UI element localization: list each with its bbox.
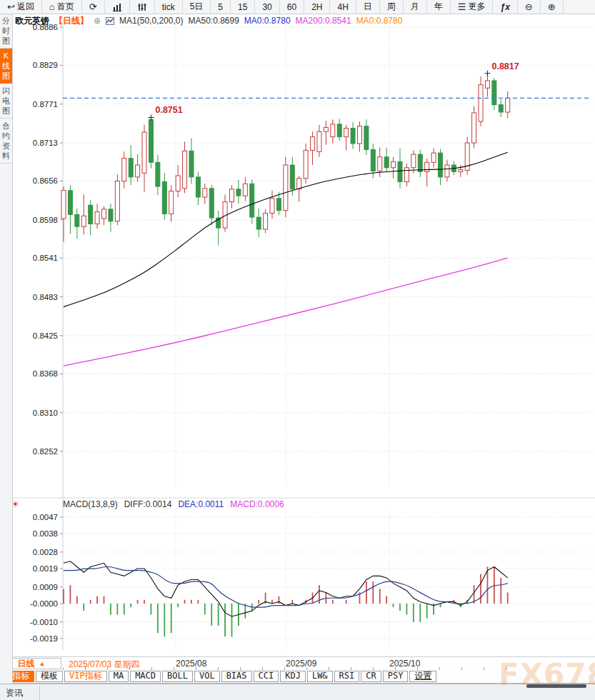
toolbar-label: tick xyxy=(162,2,175,12)
indicator-tab-psy[interactable]: PSY xyxy=(383,671,409,682)
chevron-up-icon: ▲ xyxy=(39,660,46,667)
symbol-name: 欧元英镑 xyxy=(15,15,49,27)
indicator-tab-kdj[interactable]: KDJ xyxy=(280,671,306,682)
toolbar-button-candlestick[interactable] xyxy=(130,0,155,14)
top-toolbar: ↩返回⌂首页⟳tick5日51530602H4H日周月年☰更多ƒx⊖⊕ xyxy=(0,0,595,14)
candlestick-icon xyxy=(137,3,147,11)
toolbar-button-m5[interactable]: 5 xyxy=(211,0,231,14)
bar-chart-icon xyxy=(112,3,122,11)
toolbar-label: 15 xyxy=(238,2,247,12)
svg-text:0.0028: 0.0028 xyxy=(33,548,58,556)
toolbar-label: 5日 xyxy=(190,1,204,13)
refresh-icon: ⟳ xyxy=(89,2,97,11)
chart-type-sidebar: 分时图K线图闪电图合约资料 xyxy=(0,14,13,684)
indicator-tab-rsi[interactable]: RSI xyxy=(334,671,360,682)
sidebar-tab-contract-info[interactable]: 合约资料 xyxy=(0,119,12,164)
toolbar-label: 2H xyxy=(311,2,322,12)
macd-diff-value: DIFF:0.0014 xyxy=(124,499,172,509)
indicator-tab-[interactable]: 模板 xyxy=(36,671,63,682)
toolbar-button-zoom-in[interactable]: ⊕ xyxy=(541,0,564,14)
zoom-in-icon: ⊕ xyxy=(548,2,556,11)
toolbar-button-year[interactable]: 年 xyxy=(427,0,451,14)
ma0-blue-value: MA0:0.8780 xyxy=(244,16,291,26)
candlestick-chart: 0.88860.88290.87710.87130.86560.85980.85… xyxy=(0,0,595,700)
indicator-tab-macd[interactable]: MACD xyxy=(130,671,161,682)
first-date-label: 2025/07/03 星期四 xyxy=(69,659,139,671)
toolbar-button-more[interactable]: ☰更多 xyxy=(451,0,494,14)
indicator-tab-lw[interactable]: LW& xyxy=(307,671,333,682)
toolbar-button-month[interactable]: 月 xyxy=(404,0,427,14)
svg-text:0.0009: 0.0009 xyxy=(33,583,58,591)
home-icon: ⌂ xyxy=(49,2,55,11)
svg-text:0.8425: 0.8425 xyxy=(33,331,58,340)
period-dropdown-label: 日线 xyxy=(18,658,35,670)
sidebar-tab-kline-chart[interactable]: K线图 xyxy=(0,49,12,84)
toolbar-button-zoom-out[interactable]: ⊖ xyxy=(518,0,541,14)
sidebar-tab-flash-chart[interactable]: 闪电图 xyxy=(0,84,12,119)
toolbar-button-home[interactable]: ⌂首页 xyxy=(42,0,82,14)
indicator-tab-cr[interactable]: CR xyxy=(361,671,381,682)
indicator-tab-ma[interactable]: MA xyxy=(109,671,129,682)
expand-icon[interactable]: ⊕ xyxy=(94,16,101,26)
x-axis-month-label: 2025/09 xyxy=(286,659,316,669)
svg-text:0.0019: 0.0019 xyxy=(33,564,58,573)
indicator-tab-vol[interactable]: VOL xyxy=(194,671,220,682)
toolbar-label: 日 xyxy=(364,1,372,13)
svg-text:-0.0019: -0.0019 xyxy=(30,634,58,643)
x-axis-month-label: 2025/10 xyxy=(389,659,420,669)
toolbar-label: 更多 xyxy=(468,1,485,13)
toolbar-button-m15[interactable]: 15 xyxy=(231,0,255,14)
toolbar-button-refresh[interactable]: ⟳ xyxy=(82,0,105,14)
svg-text:0.8817: 0.8817 xyxy=(491,61,519,71)
svg-text:0.8713: 0.8713 xyxy=(33,139,58,147)
svg-text:0.8541: 0.8541 xyxy=(33,254,58,262)
toolbar-button-h4[interactable]: 4H xyxy=(330,0,356,14)
svg-text:0.8310: 0.8310 xyxy=(33,409,58,417)
mini-chart-icon xyxy=(106,17,114,25)
svg-text:0.8368: 0.8368 xyxy=(33,369,58,378)
toolbar-button-day[interactable]: 日 xyxy=(356,0,380,14)
svg-text:0.8252: 0.8252 xyxy=(33,447,58,456)
svg-text:-0.0000: -0.0000 xyxy=(30,599,58,608)
menu-icon: ☰ xyxy=(458,2,466,11)
toolbar-label: ƒx xyxy=(500,2,509,12)
scrollbar-thumb[interactable] xyxy=(526,684,586,688)
toolbar-button-fx[interactable]: ƒx xyxy=(493,0,517,14)
toolbar-button-bar-chart[interactable] xyxy=(105,0,130,14)
toolbar-button-m60[interactable]: 60 xyxy=(280,0,304,14)
indicator-tab-vip[interactable]: VIP指标 xyxy=(64,671,107,682)
indicator-tab-boll[interactable]: BOLL xyxy=(162,671,193,682)
svg-text:0.8751: 0.8751 xyxy=(155,105,182,115)
fx678-chart-app: 0.88860.88290.87710.87130.86560.85980.85… xyxy=(0,0,595,700)
toolbar-label: 4H xyxy=(337,2,348,12)
macd-params: MACD(13,8,9) xyxy=(63,499,118,509)
svg-text:-0.0010: -0.0010 xyxy=(30,618,58,626)
zoom-out-icon: ⊖ xyxy=(525,2,533,11)
indicator-tab-[interactable]: 设置 xyxy=(409,671,436,682)
indicator-tab-bias[interactable]: BIAS xyxy=(221,671,252,682)
svg-text:0.0038: 0.0038 xyxy=(33,529,58,538)
chart-header: 欧元英镑 【日线】 ⊕ MA1(50,0,200,0) MA50:0.8699 … xyxy=(15,15,402,26)
toolbar-label: 60 xyxy=(287,2,296,12)
sidebar-tab-time-chart[interactable]: 分时图 xyxy=(0,14,12,49)
macd-hist-value: MACD:0.0006 xyxy=(230,499,284,509)
bottom-bar: 资讯 xyxy=(0,684,595,700)
svg-text:0.8598: 0.8598 xyxy=(33,216,58,224)
toolbar-label: 周 xyxy=(387,1,396,13)
svg-text:0.8771: 0.8771 xyxy=(33,100,58,109)
toolbar-button-m30[interactable]: 30 xyxy=(255,0,279,14)
svg-text:0.8656: 0.8656 xyxy=(33,176,58,185)
toolbar-button-back[interactable]: ↩返回 xyxy=(0,0,42,14)
news-tab[interactable]: 资讯 xyxy=(0,686,40,700)
toolbar-button-h2[interactable]: 2H xyxy=(304,0,330,14)
toolbar-button-week[interactable]: 周 xyxy=(380,0,404,14)
toolbar-label: 5 xyxy=(218,2,223,12)
macd-dea-value: DEA:0.0011 xyxy=(178,499,224,509)
ma0-orange-value: MA0:0.8780 xyxy=(356,16,403,26)
toolbar-button-5d[interactable]: 5日 xyxy=(183,0,211,14)
period-label: 【日线】 xyxy=(54,15,89,27)
toolbar-label: 首页 xyxy=(57,1,74,13)
svg-text:0.8829: 0.8829 xyxy=(33,61,58,69)
toolbar-button-tick[interactable]: tick xyxy=(155,0,183,14)
indicator-tab-cci[interactable]: CCI xyxy=(254,671,279,682)
